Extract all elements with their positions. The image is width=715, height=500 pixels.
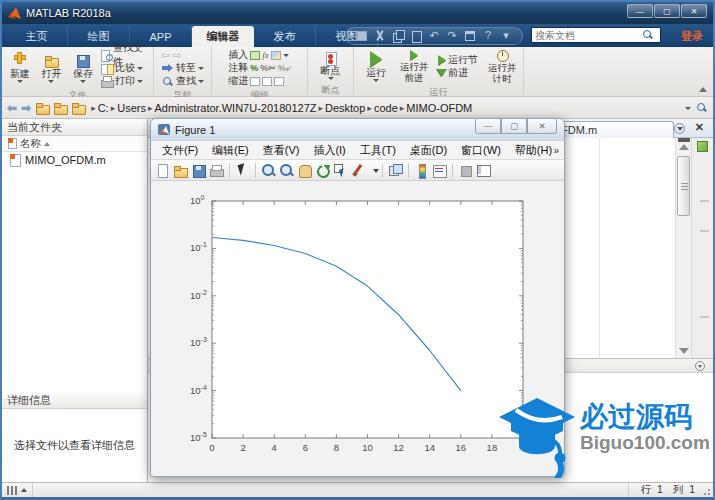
insert-section-icon[interactable]	[250, 51, 260, 60]
breadcrumb-segment[interactable]: Desktop	[325, 102, 365, 114]
editor-tab-mimo-ofdm[interactable]: FDM.m	[554, 121, 674, 138]
zoom-out-icon[interactable]	[279, 163, 294, 178]
split-handle[interactable]	[678, 138, 690, 142]
find-button[interactable]: 查找	[161, 75, 204, 87]
new-button[interactable]: 新建	[5, 54, 35, 83]
legend-icon[interactable]	[432, 163, 447, 178]
compare-button[interactable]: 比较	[100, 62, 150, 74]
figure-menu-item-0[interactable]: 文件(F)	[155, 143, 205, 158]
figure-menu-item-1[interactable]: 编辑(E)	[205, 143, 256, 158]
plot-tools-show-icon[interactable]	[476, 163, 491, 178]
dropdown-icon[interactable]: ▾	[500, 30, 512, 42]
print-icon[interactable]	[209, 163, 224, 178]
folder-list-empty-area[interactable]	[2, 168, 147, 392]
details-panel-header[interactable]: 详细信息	[2, 392, 147, 409]
wrap-comment-icon[interactable]: %⤶	[278, 63, 291, 74]
current-folder-header[interactable]: 当前文件夹	[2, 119, 147, 136]
new-doc-icon[interactable]	[155, 163, 170, 178]
figure-menu-item-6[interactable]: 窗口(W)	[454, 143, 508, 158]
copy-icon[interactable]	[392, 30, 404, 42]
back-icon[interactable]: ⬅	[7, 101, 17, 115]
run-and-time-button[interactable]: 运行并计时	[484, 49, 520, 84]
figure-menu-item-7[interactable]: 帮助(H)	[508, 143, 559, 158]
collapse-ribbon-icon[interactable]	[699, 87, 707, 92]
scroll-down-icon[interactable]	[679, 348, 689, 354]
smart-indent-icon[interactable]	[250, 77, 260, 86]
code-analyzer-status-icon[interactable]	[697, 141, 708, 152]
figure-menu-item-4[interactable]: 工具(T)	[353, 143, 403, 158]
breadcrumb-segment[interactable]: Users	[117, 102, 146, 114]
scrollbar-thumb[interactable]	[677, 156, 690, 216]
resize-grip[interactable]	[700, 485, 711, 496]
breakpoints-button[interactable]: 断点	[315, 51, 347, 80]
address-dropdown-icon[interactable]	[685, 107, 691, 110]
comment-label[interactable]: 注释	[228, 61, 248, 75]
advance-button[interactable]: 前进	[438, 67, 478, 79]
cursor-icon[interactable]	[235, 163, 250, 178]
figure-titlebar[interactable]: Figure 1 — ▢ ✕	[151, 119, 564, 141]
indent-right-icon[interactable]	[262, 77, 272, 86]
redo-icon[interactable]: ↷	[446, 30, 458, 42]
forward-icon[interactable]: ➡	[21, 101, 31, 115]
search-icon[interactable]	[643, 30, 653, 40]
editor-scrollbar[interactable]	[675, 138, 691, 358]
zoom-in-icon[interactable]	[261, 163, 276, 178]
folder-search-icon[interactable]	[697, 103, 707, 113]
file-row[interactable]: MIMO_OFDM.m	[2, 152, 147, 168]
print-button[interactable]: 打印	[100, 75, 150, 87]
minimize-icon[interactable]: —	[627, 4, 653, 18]
scroll-up-icon[interactable]	[679, 144, 689, 150]
dropdown-icon[interactable]	[369, 163, 377, 178]
document-actions-icon[interactable]	[674, 123, 685, 134]
rotate-3d-icon[interactable]	[315, 163, 330, 178]
login-link[interactable]: 登录	[681, 29, 703, 44]
colorbar-icon[interactable]	[414, 163, 429, 178]
ribbon-tab-3[interactable]: 编辑器	[192, 26, 254, 47]
close-tab-icon[interactable]: ✕	[695, 121, 704, 134]
undo-icon[interactable]: ↶	[428, 30, 440, 42]
layout-icon[interactable]	[464, 30, 476, 42]
name-column-header[interactable]: 名称	[2, 136, 147, 152]
ribbon-tab-0[interactable]: 主页	[6, 26, 68, 47]
browse-folder-icon[interactable]	[53, 101, 67, 114]
status-toggle-button[interactable]	[2, 483, 33, 497]
run-section-button[interactable]: 运行节	[438, 54, 478, 66]
close-icon[interactable]: ✕	[681, 4, 707, 18]
comment-icon[interactable]: %	[250, 63, 258, 73]
open-button[interactable]: 打开	[37, 54, 67, 83]
figure-menu-item-3[interactable]: 插入(I)	[306, 143, 352, 158]
breadcrumb-segment[interactable]: code	[374, 102, 398, 114]
breadcrumb-segment[interactable]: MIMO-OFDM	[406, 102, 472, 114]
maximize-icon[interactable]: ▢	[654, 4, 680, 18]
save-icon[interactable]	[356, 30, 368, 42]
data-cursor-icon[interactable]	[333, 163, 348, 178]
run-and-advance-button[interactable]: 运行并前进	[396, 50, 432, 83]
insert-label[interactable]: 插入	[228, 48, 248, 62]
link-plots-icon[interactable]	[388, 163, 403, 178]
insert-function-icon[interactable]: fx	[262, 50, 269, 60]
breadcrumb-segment[interactable]: Administrator.WIN7U-20180127Z	[154, 102, 316, 114]
uncomment-icon[interactable]: %✂	[260, 63, 276, 73]
open-folder-icon[interactable]	[173, 163, 188, 178]
menu-overflow-icon[interactable]: »	[553, 145, 559, 156]
figure-minimize-icon[interactable]: —	[475, 119, 501, 134]
figure-close-icon[interactable]: ✕	[527, 119, 557, 134]
figure-menu-item-2[interactable]: 查看(V)	[256, 143, 307, 158]
forward-icon[interactable]: ⇨	[172, 49, 181, 61]
figure-menu-item-5[interactable]: 桌面(D)	[403, 143, 454, 158]
cut-icon[interactable]	[374, 30, 386, 42]
figure-maximize-icon[interactable]: ▢	[501, 119, 527, 134]
back-icon[interactable]: ⇦	[161, 49, 170, 61]
breadcrumb-segment[interactable]: C:	[98, 102, 109, 114]
ribbon-tab-4[interactable]: 发布	[254, 26, 316, 47]
brush-icon[interactable]	[351, 163, 366, 178]
save-button[interactable]: 保存	[68, 54, 98, 83]
help-icon[interactable]: ?	[482, 30, 494, 42]
indent-label[interactable]: 缩进	[228, 74, 248, 88]
search-input[interactable]	[535, 30, 643, 41]
pan-icon[interactable]	[297, 163, 312, 178]
insert-image-icon[interactable]	[271, 51, 281, 60]
goto-button[interactable]: 转至	[161, 62, 204, 74]
find-files-button[interactable]: 查找文件	[100, 49, 150, 61]
folder-up-icon[interactable]	[35, 101, 49, 114]
